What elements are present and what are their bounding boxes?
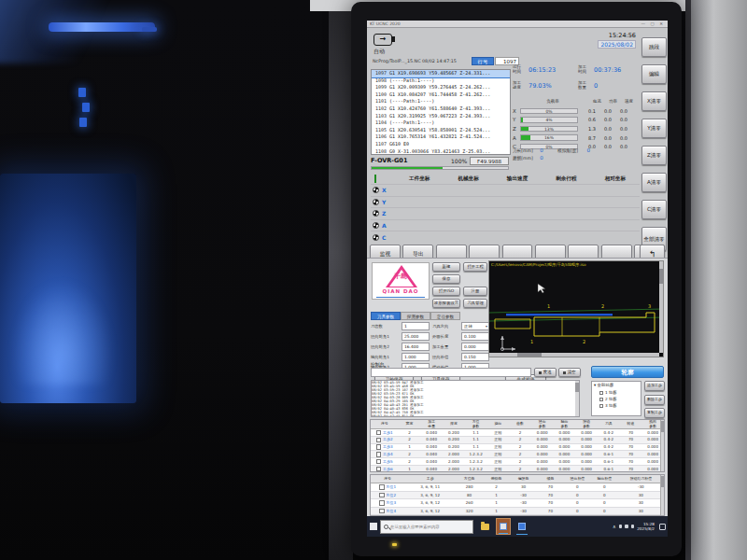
orientation-row[interactable]: 方位23, 6, 9, 12801-30700030 [371, 492, 664, 500]
field-input[interactable]: 25.000 [402, 332, 430, 341]
side-button[interactable]: A清零 [641, 173, 667, 192]
work-step-table[interactable]: 序号宽度加工 余量深度方位 参数旋向齿数径向 参数轴向 参数摆动 参数刀具转速残… [370, 419, 665, 472]
side-button[interactable]: 跳段 [641, 37, 667, 57]
work-step-row[interactable]: 工步220.0400.2001.1正转20.0000.0000.0000.4-2… [371, 437, 664, 444]
cell: 320 [456, 509, 483, 514]
gcode-line[interactable]: 1106 G1 X10.765314 Y61.432821 Z-41.524..… [372, 133, 510, 141]
tool-manager-button[interactable]: 刀具管理 [463, 299, 487, 308]
contour-tree-item[interactable]: 3 轮廓 [599, 402, 641, 409]
work-step-row[interactable]: 工步120.0400.2001.1正转20.0000.0000.0000.4-2… [371, 429, 664, 437]
contour-header-button[interactable]: 轮廓 [591, 366, 664, 378]
viewport-vertical-scrollbar[interactable] [659, 261, 663, 353]
table-scrollbar[interactable] [660, 475, 664, 515]
output-speed-header: 输出速度 [493, 175, 542, 183]
add-step-button[interactable]: 添加工步 [644, 381, 665, 391]
delete-step-button[interactable]: 删除工步 [644, 395, 665, 405]
gcode-line[interactable]: 1102 G1 X10.424760 Y61.588640 Z-41.393..… [372, 105, 510, 113]
contour-tree[interactable]: ▾ 全部轮廓 1 轮廓 2 轮廓 [591, 381, 641, 416]
new-button[interactable]: 新建 [432, 262, 460, 272]
side-button[interactable]: Z清零 [641, 146, 667, 165]
side-button[interactable]: 编辑 [641, 64, 667, 84]
console-log-list[interactable]: 08/02 03:45:59 047 准备加工 08/02 03:45:59 4… [371, 380, 580, 417]
side-button[interactable]: Y清零 [641, 119, 667, 138]
side-button[interactable]: C清零 [641, 200, 667, 219]
notification-icon[interactable] [659, 524, 666, 530]
field-input[interactable]: 正转 [461, 322, 489, 330]
orientation-table[interactable]: 序号工步方位角俯仰角偏摆角倾角径向补偿轴向补偿摆动抬刀补偿 方位13, 6, 9… [370, 474, 665, 516]
tray-volume-icon[interactable] [625, 525, 628, 528]
cell: 0 [564, 484, 591, 490]
active-app-button[interactable] [496, 518, 511, 535]
field-input[interactable]: 0.000 [461, 343, 489, 351]
gcode-line[interactable]: 1107 G610 E0 [372, 141, 510, 148]
form-row: 轴向前角1 1.000 径向补偿 0.150 [371, 353, 490, 363]
tray-clock[interactable]: 15:28 2025/8/2 [637, 522, 655, 532]
field-input[interactable]: 0.100 [461, 332, 489, 341]
orientation-row[interactable]: 方位33, 6, 9, 122601-30700030 [371, 499, 664, 508]
cell: 0 [591, 484, 618, 490]
table-scrollbar[interactable] [660, 420, 664, 471]
orientation-row[interactable]: 方位13, 6, 9, 112802307000-30 [371, 483, 664, 492]
tab-tool-params[interactable]: 刀具参数 [371, 312, 401, 320]
cell: 正转 [486, 437, 509, 442]
field-input[interactable]: 1 [402, 322, 430, 330]
contour-tree-root[interactable]: ▾ 全部轮廓 [594, 383, 641, 389]
feed-progress-bar[interactable] [371, 166, 509, 170]
gcode-line[interactable]: 1097 G1 X19.698693 Y59.485667 Z-24.331..… [372, 70, 510, 77]
field-input[interactable]: 1.000 [402, 353, 430, 361]
feed-rate-value[interactable]: F49.9988 [470, 157, 509, 165]
cell: 深度 [443, 422, 465, 426]
orientation-row[interactable]: 方位43, 6, 9, 123201-30700030 [371, 508, 664, 516]
gcode-program-list[interactable]: 1097 G1 X19.698693 Y59.485667 Z-24.331..… [371, 69, 511, 155]
field-input[interactable]: 16.400 [402, 343, 430, 351]
save-button[interactable]: 保存 [432, 274, 460, 284]
line-number-label[interactable]: 行号 [472, 57, 494, 65]
open-project-button[interactable]: 打开工程 [463, 262, 487, 272]
clear-button[interactable]: 清空 [558, 368, 581, 377]
checkbox-icon[interactable] [599, 404, 603, 408]
work-step-row[interactable]: 工步420.0402.0001.2.3.2正转20.0000.0000.0000… [371, 451, 664, 458]
register-button[interactable]: 注册 [463, 287, 487, 296]
gcode-line[interactable]: 1100 G1 X10.084207 Y61.744458 Z-41.262..… [372, 91, 510, 99]
open-app-button[interactable] [514, 518, 529, 535]
cell: 转速 [620, 422, 642, 426]
probe-setup-button[interactable]: 波形探测设置 [432, 299, 460, 308]
gcode-line[interactable]: 1098 (----Path:1----) [372, 77, 510, 85]
gcode-line[interactable]: 1108 G0 X-31.003066 Y83.421463 Z-25.03..… [372, 148, 510, 155]
log-scrollbar[interactable] [575, 381, 579, 416]
open-iso-button[interactable]: 打开ISO [432, 287, 460, 296]
contour-tree-item[interactable]: 2 轮廓 [599, 396, 641, 402]
gcode-line[interactable]: 1103 G1 X20.319925 Y59.067223 Z-24.393..… [372, 113, 510, 120]
window-controls[interactable]: — ▢ ✕ [641, 21, 665, 26]
program-file-info: NcProg/ToolP..._15.NC 08/02 14:47:15 [373, 59, 457, 63]
work-step-row[interactable]: 工步610.0402.0001.2.3.2正转20.0000.0000.0000… [371, 466, 664, 472]
gcode-line[interactable]: 1099 G1 X20.009309 Y59.276445 Z-24.262..… [372, 84, 510, 91]
toolpath-drawing: 1 2 3 1 2 [489, 261, 664, 357]
work-step-row[interactable]: 工步310.0400.2001.1正转20.0000.0000.0000.4-2… [371, 444, 664, 452]
console-input[interactable] [371, 368, 531, 377]
tray-language-icon[interactable] [631, 525, 635, 528]
tab-position-params[interactable]: 定位参数 [430, 312, 460, 320]
toolpath-viewport[interactable]: C:/Users/lenovo/CAM/Project/程序/千岛5轴程序.is… [488, 260, 664, 357]
gcode-line[interactable]: 1101 (----Path:1----) [372, 98, 510, 105]
gcode-line[interactable]: 1105 G1 X20.630541 Y58.858001 Z-24.524..… [372, 127, 510, 134]
viewport-horizontal-scrollbar[interactable] [489, 353, 659, 357]
copy-step-button[interactable]: 复制工步 [644, 408, 665, 418]
tray-chevron-icon[interactable]: ∧ [613, 524, 616, 529]
checkbox-icon[interactable] [599, 398, 603, 401]
tray-network-icon[interactable] [619, 525, 623, 528]
side-button[interactable]: X清零 [641, 91, 667, 111]
checkbox-icon[interactable] [599, 391, 603, 395]
tab-probe-params[interactable]: 探测参数 [401, 312, 430, 320]
field-input[interactable]: 0.150 [461, 353, 489, 361]
send-button[interactable]: 发送 [534, 368, 557, 377]
cell: 正转 [486, 444, 509, 450]
work-step-row[interactable]: 工步520.0402.0001.2.3.2正转20.0000.0000.0000… [371, 458, 664, 466]
search-input[interactable] [390, 525, 471, 529]
cell: 2 [399, 430, 421, 436]
file-explorer-button[interactable] [477, 518, 492, 535]
start-button[interactable] [367, 516, 380, 537]
contour-tree-item[interactable]: 1 轮廓 [599, 389, 641, 396]
taskbar-search[interactable] [380, 520, 473, 534]
gcode-line[interactable]: 1104 (----Path:1----) [372, 119, 510, 127]
